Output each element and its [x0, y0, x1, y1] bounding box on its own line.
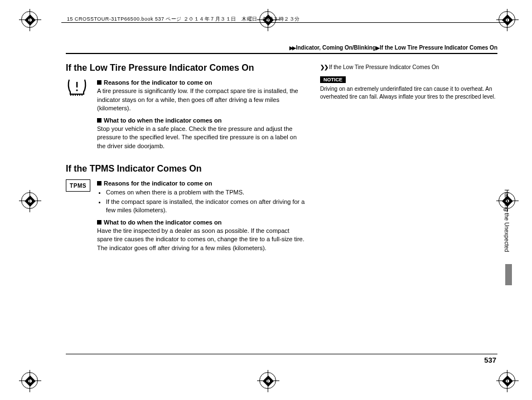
- body-whattodo-1: Stop your vehicle in a safe place. Check…: [97, 125, 306, 150]
- bullet-list-reasons: Comes on when there is a problem with th…: [97, 188, 306, 215]
- breadcrumb-seg1: Indicator, Coming On/Blinking: [296, 45, 376, 51]
- subhead-reasons-1: Reasons for the indicator to come on: [97, 79, 306, 87]
- list-item: Comes on when there is a problem with th…: [106, 188, 306, 197]
- subhead-reasons-2: Reasons for the indicator to come on: [97, 179, 306, 188]
- breadcrumb-seg2: If the Low Tire Pressure Indicator Comes…: [380, 45, 497, 51]
- tpms-icon: TPMS: [66, 179, 90, 192]
- low-tire-pressure-icon: [66, 77, 88, 96]
- page-number: 537: [484, 356, 496, 364]
- main-column: If the Low Tire Pressure Indicator Comes…: [66, 62, 306, 256]
- breadcrumb-arrow-icon: ▶▶: [289, 45, 295, 51]
- header-rule: [61, 22, 510, 23]
- page-content: ▶▶Indicator, Coming On/Blinking▶If the L…: [66, 45, 497, 367]
- section-tab-bar: [505, 264, 512, 285]
- side-column: ❯❯If the Low Tire Pressure Indicator Com…: [320, 62, 497, 256]
- body-whattodo-2: Have the tire inspected by a dealer as s…: [97, 227, 306, 252]
- section-tab-label: Handling the Unexpected: [504, 189, 510, 252]
- notice-badge: NOTICE: [320, 76, 346, 83]
- body-reasons-1: A tire pressure is significantly low. If…: [97, 87, 306, 113]
- subhead-whattodo-1: What to do when the indicator comes on: [97, 116, 306, 125]
- list-item: If the compact spare is installed, the i…: [106, 198, 306, 215]
- breadcrumb-arrow-icon: ▶: [376, 45, 379, 51]
- side-ref: ❯❯If the Low Tire Pressure Indicator Com…: [320, 64, 497, 70]
- subhead-whattodo-2: What to do when the indicator comes on: [97, 218, 306, 227]
- footer-rule: [66, 354, 497, 354]
- section-heading-tpms: If the TPMS Indicator Comes On: [66, 164, 306, 174]
- breadcrumb: ▶▶Indicator, Coming On/Blinking▶If the L…: [66, 45, 497, 54]
- svg-point-1: [76, 89, 78, 91]
- ref-arrow-icon: ❯❯: [320, 64, 328, 70]
- notice-text: Driving on an extremely underinflated ti…: [320, 85, 497, 101]
- section-heading-low-tire: If the Low Tire Pressure Indicator Comes…: [66, 63, 306, 73]
